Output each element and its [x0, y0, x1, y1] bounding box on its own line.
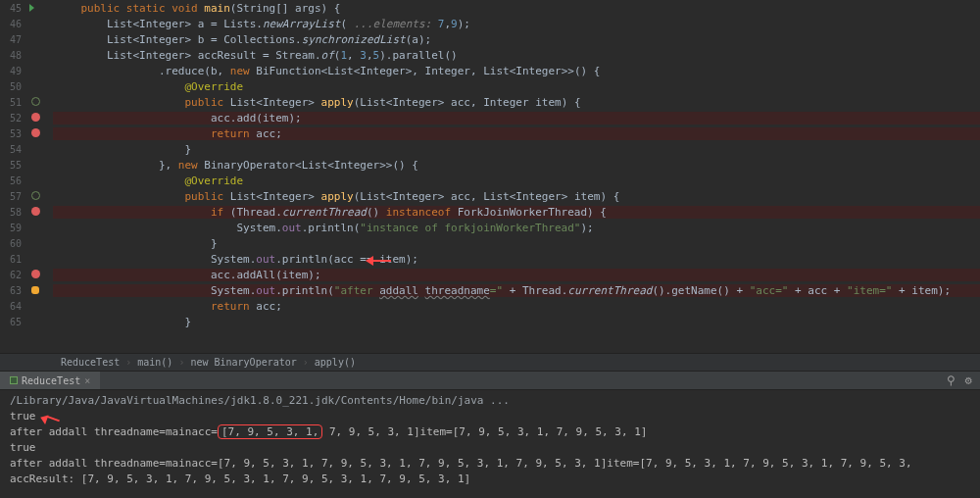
- line-number: 60: [0, 238, 25, 249]
- breakpoint-icon[interactable]: [31, 128, 40, 137]
- code-content[interactable]: .reduce(b, new BiFunction<List<Integer>,…: [53, 65, 980, 77]
- run-tab-icon: [10, 376, 18, 384]
- line-number: 62: [0, 270, 25, 280]
- code-content[interactable]: System.out.println(acc == item);: [53, 253, 980, 266]
- console-line: true: [10, 441, 970, 457]
- code-content[interactable]: return acc;: [53, 300, 980, 313]
- code-line[interactable]: 60 }: [0, 235, 980, 251]
- line-number: 46: [0, 19, 25, 29]
- line-number: 47: [0, 34, 25, 45]
- gutter-markers: [25, 0, 53, 16]
- gutter-markers: [25, 110, 53, 125]
- code-content[interactable]: public static void main(String[] args) {: [53, 2, 980, 15]
- code-content[interactable]: acc.add(item);: [53, 112, 980, 124]
- console-command: /Library/Java/JavaVirtualMachines/jdk1.8…: [10, 394, 970, 410]
- code-line[interactable]: 50 @Override: [0, 78, 980, 94]
- gutter-markers: [25, 63, 53, 78]
- code-content[interactable]: List<Integer> b = Collections.synchroniz…: [53, 33, 980, 46]
- line-number: 57: [0, 191, 25, 202]
- close-icon[interactable]: ×: [84, 375, 90, 386]
- code-line[interactable]: 47 List<Integer> b = Collections.synchro…: [0, 31, 980, 47]
- code-line[interactable]: 45 public static void main(String[] args…: [0, 0, 980, 16]
- gutter-markers: [25, 204, 53, 220]
- override-gutter-icon[interactable]: [31, 97, 40, 106]
- breadcrumb-item[interactable]: apply(): [309, 357, 362, 368]
- code-line[interactable]: 63 System.out.println("after addall thre…: [0, 282, 980, 298]
- code-line[interactable]: 49 .reduce(b, new BiFunction<List<Intege…: [0, 63, 980, 78]
- console-line: true: [10, 410, 970, 425]
- console-panel[interactable]: /Library/Java/JavaVirtualMachines/jdk1.8…: [0, 390, 980, 498]
- gutter-markers: [25, 267, 53, 282]
- line-number: 65: [0, 317, 25, 327]
- code-content[interactable]: }, new BinaryOperator<List<Integer>>() {: [53, 159, 980, 172]
- gutter-markers: [25, 314, 53, 329]
- code-line[interactable]: 59 System.out.println("instance of forkj…: [0, 220, 980, 235]
- code-content[interactable]: System.out.println("after addall threadn…: [53, 284, 980, 297]
- line-number: 63: [0, 285, 25, 296]
- code-content[interactable]: }: [53, 316, 980, 328]
- code-line[interactable]: 55 }, new BinaryOperator<List<Integer>>(…: [0, 157, 980, 173]
- code-content[interactable]: }: [53, 237, 980, 250]
- line-number: 48: [0, 50, 25, 61]
- code-line[interactable]: 52 acc.add(item);: [0, 110, 980, 125]
- code-content[interactable]: List<Integer> a = Lists.newArrayList( ..…: [53, 18, 980, 30]
- code-content[interactable]: }: [53, 143, 980, 156]
- code-line[interactable]: 65 }: [0, 314, 980, 329]
- run-tab-label: ReduceTest: [22, 375, 80, 386]
- pin-icon[interactable]: ⚲: [945, 374, 956, 386]
- code-line[interactable]: 64 return acc;: [0, 298, 980, 314]
- code-content[interactable]: List<Integer> accResult = Stream.of(1, 3…: [53, 49, 980, 62]
- code-line[interactable]: 56 @Override: [0, 173, 980, 188]
- code-content[interactable]: if (Thread.currentThread() instanceof Fo…: [53, 206, 980, 219]
- gutter-markers: [25, 16, 53, 31]
- breadcrumb-item[interactable]: new BinaryOperator: [184, 357, 302, 368]
- line-number: 53: [0, 128, 25, 139]
- console-line: accResult: [7, 9, 5, 3, 1, 7, 9, 5, 3, 1…: [10, 473, 970, 488]
- line-number: 51: [0, 97, 25, 108]
- gear-icon[interactable]: ⚙: [962, 374, 974, 386]
- code-content[interactable]: acc.addAll(item);: [53, 269, 980, 281]
- code-content[interactable]: @Override: [53, 174, 980, 187]
- code-line[interactable]: 57 public List<Integer> apply(List<Integ…: [0, 188, 980, 204]
- breakpoint-icon[interactable]: [31, 270, 40, 278]
- override-gutter-icon[interactable]: [31, 191, 40, 200]
- code-content[interactable]: public List<Integer> apply(List<Integer>…: [53, 190, 980, 203]
- code-line[interactable]: 58 if (Thread.currentThread() instanceof…: [0, 204, 980, 220]
- gutter-markers: [25, 47, 53, 63]
- code-editor[interactable]: 45 public static void main(String[] args…: [0, 0, 980, 353]
- breakpoint-icon[interactable]: [31, 113, 40, 122]
- gutter-markers: [25, 251, 53, 267]
- gutter-markers: [25, 78, 53, 94]
- line-number: 54: [0, 144, 25, 155]
- line-number: 61: [0, 254, 25, 265]
- code-content[interactable]: System.out.println("instance of forkjoin…: [53, 222, 980, 234]
- gutter-markers: [25, 31, 53, 47]
- code-line[interactable]: 53 return acc;: [0, 125, 980, 141]
- gutter-markers: [25, 157, 53, 173]
- code-line[interactable]: 48 List<Integer> accResult = Stream.of(1…: [0, 47, 980, 63]
- code-line[interactable]: 46 List<Integer> a = Lists.newArrayList(…: [0, 16, 980, 31]
- run-tab[interactable]: ReduceTest ×: [0, 372, 100, 389]
- gutter-markers: [25, 298, 53, 314]
- code-line[interactable]: 61 System.out.println(acc == item);: [0, 251, 980, 267]
- code-content[interactable]: @Override: [53, 80, 980, 93]
- gutter-markers: [25, 188, 53, 204]
- line-number: 56: [0, 175, 25, 186]
- code-line[interactable]: 51 public List<Integer> apply(List<Integ…: [0, 94, 980, 110]
- code-content[interactable]: public List<Integer> apply(List<Integer>…: [53, 96, 980, 109]
- line-number: 45: [0, 3, 25, 14]
- console-line: after addall threadname=mainacc=[7, 9, 5…: [10, 457, 970, 473]
- code-line[interactable]: 62 acc.addAll(item);: [0, 267, 980, 282]
- line-number: 49: [0, 66, 25, 76]
- breakpoint-icon[interactable]: [31, 207, 40, 216]
- code-line[interactable]: 54 }: [0, 141, 980, 157]
- code-content[interactable]: return acc;: [53, 127, 980, 140]
- gutter-markers: [25, 235, 53, 251]
- intention-bulb-icon[interactable]: [31, 286, 39, 294]
- line-number: 55: [0, 160, 25, 171]
- breadcrumb-item[interactable]: main(): [131, 357, 178, 368]
- run-gutter-icon[interactable]: [29, 4, 34, 12]
- gutter-markers: [25, 141, 53, 157]
- breadcrumb-item[interactable]: ReduceTest: [55, 357, 125, 368]
- gutter-markers: [25, 220, 53, 235]
